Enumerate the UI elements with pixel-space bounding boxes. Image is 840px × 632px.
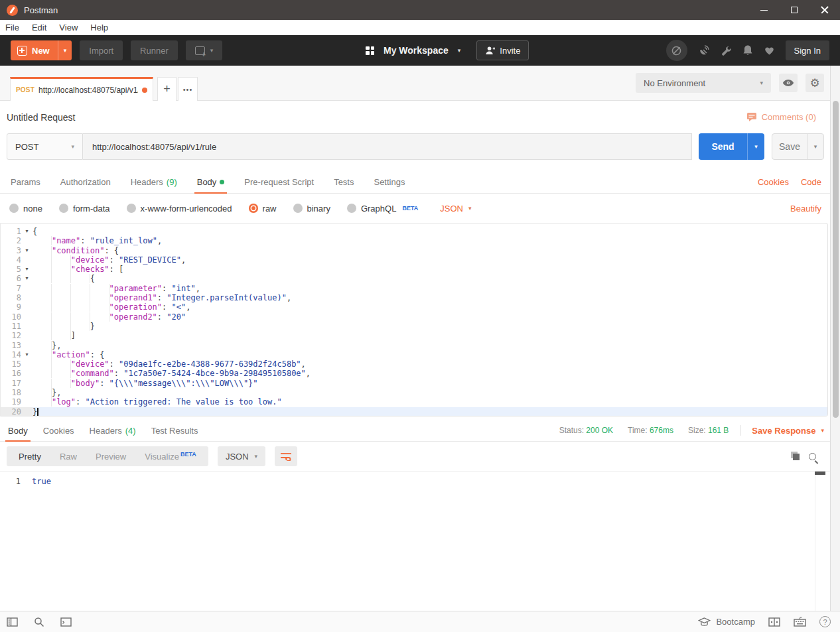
editor-line[interactable]: 16 "command": "1c7a50e7-5424-4bce-9b9a-2… <box>1 369 827 378</box>
menu-view[interactable]: View <box>59 23 78 32</box>
send-options-caret-icon[interactable]: ▾ <box>748 133 764 160</box>
editor-line[interactable]: 10 "operand2": "20" <box>1 312 827 322</box>
editor-line[interactable]: 2 "name": "rule_int_low", <box>1 236 827 245</box>
maximize-button[interactable] <box>779 0 809 20</box>
response-view-visualize[interactable]: VisualizeBETA <box>135 451 206 462</box>
copy-response-icon[interactable] <box>791 452 800 461</box>
fold-arrow-icon[interactable]: ▾ <box>21 246 33 255</box>
request-tab-active[interactable]: POST http://localhost:48075/api/v1/... <box>10 77 153 101</box>
response-body[interactable]: 1true <box>0 471 840 611</box>
search-response-icon[interactable] <box>809 453 816 460</box>
environment-selector[interactable]: No Environment ▾ <box>636 73 771 93</box>
settings-button[interactable]: ⚙ <box>805 74 824 92</box>
editor-line[interactable]: 11 } <box>1 322 827 331</box>
help-button[interactable]: ? <box>819 616 831 627</box>
save-options-caret-icon[interactable]: ▾ <box>807 134 823 159</box>
tab-options-button[interactable]: ••• <box>178 77 198 101</box>
window-scrollbar[interactable] <box>830 66 840 611</box>
fold-arrow-icon[interactable]: ▾ <box>21 274 33 283</box>
search-icon[interactable] <box>34 617 44 627</box>
workspace-caret-icon[interactable]: ▾ <box>458 47 461 54</box>
menu-help[interactable]: Help <box>90 23 108 32</box>
request-tab-authorization[interactable]: Authorization <box>59 171 112 193</box>
body-mode-raw[interactable]: raw <box>249 204 277 214</box>
beautify-link[interactable]: Beautify <box>790 204 821 214</box>
code-link[interactable]: Code <box>801 177 821 187</box>
window-scrollbar-thumb[interactable] <box>833 101 839 418</box>
sign-in-button[interactable]: Sign In <box>786 40 829 60</box>
close-button[interactable] <box>809 0 840 20</box>
sync-disabled-button[interactable] <box>666 40 687 61</box>
fold-arrow-icon[interactable]: ▾ <box>21 265 33 274</box>
response-tab-headers[interactable]: Headers(4) <box>88 420 137 441</box>
editor-line[interactable]: 12 ] <box>1 331 827 340</box>
bootcamp-button[interactable]: Bootcamp <box>698 617 755 627</box>
body-language-select[interactable]: JSON ▾ <box>440 204 471 214</box>
editor-line[interactable]: 18 }, <box>1 388 827 397</box>
request-tab-body[interactable]: Body <box>196 171 226 193</box>
environment-preview-button[interactable] <box>779 74 798 92</box>
bell-icon[interactable] <box>742 44 753 56</box>
menu-file[interactable]: File <box>5 23 19 32</box>
menu-edit[interactable]: Edit <box>32 23 46 32</box>
method-select[interactable]: POST ▾ <box>7 133 83 160</box>
response-tab-cookies[interactable]: Cookies <box>42 420 76 441</box>
request-tab-headers[interactable]: Headers(9) <box>129 171 178 193</box>
editor-line[interactable]: 1▾{ <box>1 227 827 236</box>
new-caret-icon[interactable]: ▾ <box>58 47 72 54</box>
body-mode-none[interactable]: none <box>9 204 42 214</box>
editor-line[interactable]: 19 "log": "Action triggered: The value i… <box>1 397 827 407</box>
body-mode-graphql[interactable]: GraphQLBETA <box>347 204 418 214</box>
response-tab-test-results[interactable]: Test Results <box>150 420 200 441</box>
import-button[interactable]: Import <box>80 40 123 60</box>
save-response-button[interactable]: Save Response ▾ <box>752 426 824 436</box>
runner-button[interactable]: Runner <box>131 40 178 60</box>
save-button[interactable]: Save ▾ <box>772 133 824 160</box>
invite-button[interactable]: Invite <box>476 40 529 60</box>
fold-arrow-icon[interactable]: ▾ <box>21 350 33 359</box>
fold-arrow-icon[interactable]: ▾ <box>21 227 33 236</box>
request-tab-settings[interactable]: Settings <box>372 171 406 193</box>
response-line[interactable]: 1true <box>0 477 840 486</box>
request-title[interactable]: Untitled Request <box>7 112 76 123</box>
request-tab-pre-request-script[interactable]: Pre-request Script <box>243 171 315 193</box>
request-tab-tests[interactable]: Tests <box>332 171 355 193</box>
editor-line[interactable]: 9 "operation": "<", <box>1 302 827 312</box>
console-icon[interactable] <box>60 617 72 627</box>
response-scrollbar-thumb[interactable] <box>815 472 825 475</box>
body-mode-form-data[interactable]: form-data <box>59 204 110 214</box>
workspace-selector[interactable]: My Workspace <box>384 45 449 56</box>
editor-line[interactable]: 6▾ { <box>1 274 827 283</box>
minimize-button[interactable] <box>748 0 779 20</box>
sidebar-toggle-icon[interactable] <box>7 617 18 627</box>
wrap-text-button[interactable] <box>275 446 297 466</box>
add-tab-button[interactable]: + <box>157 77 176 101</box>
editor-line[interactable]: 3▾ "condition": { <box>1 246 827 255</box>
send-button[interactable]: Send ▾ <box>699 133 764 160</box>
two-pane-view-icon[interactable] <box>768 617 780 627</box>
wrench-icon[interactable] <box>721 45 732 56</box>
editor-line[interactable]: 8 "operand1": "Integer.parseInt(value)", <box>1 293 827 302</box>
response-view-preview[interactable]: Preview <box>86 452 135 462</box>
response-language-select[interactable]: JSON ▾ <box>218 446 265 466</box>
body-mode-binary[interactable]: binary <box>293 204 330 214</box>
satellite-icon[interactable] <box>698 44 710 56</box>
response-view-raw[interactable]: Raw <box>50 452 86 462</box>
editor-line[interactable]: 20} <box>1 407 827 416</box>
editor-line[interactable]: 7 "parameter": "int", <box>1 284 827 293</box>
request-body-editor[interactable]: 1▾{2 "name": "rule_int_low",3▾ "conditio… <box>0 223 828 416</box>
url-input[interactable]: http://localhost:48075/api/v1/rule <box>83 133 692 160</box>
response-view-pretty[interactable]: Pretty <box>9 452 50 462</box>
response-tab-body[interactable]: Body <box>7 420 29 441</box>
editor-line[interactable]: 13 }, <box>1 341 827 350</box>
new-button[interactable]: New ▾ <box>11 40 72 60</box>
heart-icon[interactable] <box>764 45 775 56</box>
editor-line[interactable]: 14▾ "action": { <box>1 350 827 359</box>
keyboard-shortcuts-icon[interactable] <box>794 617 806 627</box>
editor-line[interactable]: 4 "device": "REST_DEVICE", <box>1 255 827 265</box>
editor-line[interactable]: 5▾ "checks": [ <box>1 265 827 274</box>
comments-button[interactable]: Comments (0) <box>746 112 816 122</box>
open-new-window-button[interactable]: ▾ <box>186 40 223 60</box>
cookies-link[interactable]: Cookies <box>758 177 789 187</box>
body-mode-x-www-form-urlencoded[interactable]: x-www-form-urlencoded <box>127 204 232 214</box>
